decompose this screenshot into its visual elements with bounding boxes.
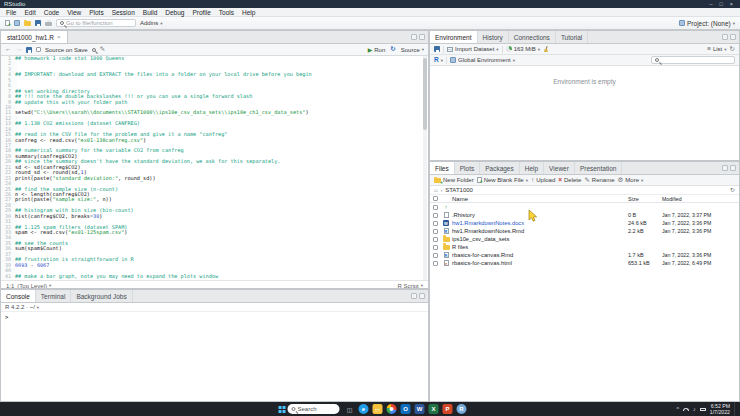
column-modified[interactable]: Modified <box>662 196 736 202</box>
close-tab-icon[interactable]: × <box>57 34 61 40</box>
file-row-hw1-rmarkdownnotes-rmd[interactable]: Rhw1.RmarkdownNotes.Rmd2.2 kBJan 7, 2022… <box>430 227 739 235</box>
tab-presentation[interactable]: Presentation <box>575 162 623 174</box>
edge-icon[interactable]: e <box>359 404 369 414</box>
forward-icon[interactable]: → <box>16 46 23 53</box>
memory-usage-button[interactable]: 163 MiB ▾ <box>506 46 540 52</box>
files-toolbar-new-blank-file[interactable]: New Blank File▾ <box>477 177 528 183</box>
tab-connections[interactable]: Connections <box>509 31 556 43</box>
menu-session[interactable]: Session <box>108 9 139 16</box>
start-button[interactable] <box>274 405 283 414</box>
maximize-pane-icon[interactable] <box>730 165 736 171</box>
menu-build[interactable]: Build <box>139 9 161 16</box>
row-checkbox[interactable] <box>433 253 438 258</box>
file-type-selector[interactable]: R Script ▾ <box>397 283 423 289</box>
run-button[interactable]: ▶ Run <box>368 46 386 53</box>
list-view-button[interactable]: ≡ List ▾ <box>707 46 726 53</box>
close-icon[interactable]: × <box>730 1 733 7</box>
minimize-pane-icon[interactable] <box>411 293 417 299</box>
file-name[interactable]: hw1.RmarkdownNotes.Rmd <box>452 228 628 234</box>
file-row-hw1-rmarkdownnotes-docx[interactable]: Whw1.RmarkdownNotes.docx24.6 kBJan 7, 20… <box>430 219 739 227</box>
files-toolbar-delete[interactable]: ×Delete <box>558 177 581 184</box>
row-checkbox[interactable] <box>433 237 438 242</box>
battery-icon[interactable] <box>700 408 706 411</box>
environment-search-input[interactable] <box>651 56 735 64</box>
file-row-ips10e-csv-data-sets[interactable]: ips10e_csv_data_sets <box>430 235 739 243</box>
code-editor[interactable]: 1## homework 1 code stat 1000 Queens234#… <box>1 56 428 280</box>
row-checkbox[interactable] <box>433 221 438 226</box>
menu-profile[interactable]: Profile <box>188 9 214 16</box>
tab-stat1000-hw1[interactable]: stat1000_hw1.R × <box>1 31 68 43</box>
files-toolbar-new-folder[interactable]: New Folder <box>434 177 474 183</box>
tab-background-jobs[interactable]: Background Jobs <box>71 290 132 302</box>
new-project-icon[interactable] <box>14 20 20 26</box>
breadcrumb-folder[interactable]: STAT1000 <box>445 187 473 193</box>
menu-plots[interactable]: Plots <box>85 9 107 16</box>
scope-selector[interactable]: (Top Level) ▾ <box>17 283 51 289</box>
file-explorer-icon[interactable]: ▭ <box>373 404 383 414</box>
menu-help[interactable]: Help <box>238 9 259 16</box>
show-desktop-button[interactable] <box>734 402 736 416</box>
menu-tools[interactable]: Tools <box>215 9 238 16</box>
files-toolbar-more[interactable]: ⚙More▾ <box>618 177 644 184</box>
file-row-rbasics-for-canvas-html[interactable]: erbasics-for-canvas.html653.1 kBJan 7, 2… <box>430 259 739 267</box>
home-icon[interactable]: ⌂ <box>434 187 438 193</box>
tab-console[interactable]: Console <box>1 290 36 302</box>
row-checkbox[interactable] <box>433 261 438 266</box>
wifi-icon[interactable] <box>683 408 689 411</box>
file-name[interactable]: hw1.RmarkdownNotes.docx <box>452 220 628 226</box>
tab-tutorial[interactable]: Tutorial <box>556 31 588 43</box>
rerun-icon[interactable]: ↻ <box>390 46 395 53</box>
file-row-r-files[interactable]: R files <box>430 243 739 251</box>
minimize-pane-icon[interactable] <box>722 34 728 40</box>
word-icon[interactable]: W <box>415 404 425 414</box>
task-view-icon[interactable]: ◫ <box>345 404 355 414</box>
maximize-pane-icon[interactable] <box>730 34 736 40</box>
tab-files[interactable]: Files <box>430 162 455 174</box>
file-row-rbasics-for-canvas-rmd[interactable]: Rrbasics-for-canvas.Rmd1.7 kBJan 7, 2022… <box>430 251 739 259</box>
source-button[interactable]: Source ▾ <box>401 47 424 53</box>
tab-terminal[interactable]: Terminal <box>36 290 72 302</box>
files-toolbar-upload[interactable]: ↑Upload <box>531 177 555 184</box>
clear-workspace-icon[interactable] <box>543 46 550 53</box>
addins-button[interactable]: Addins ▾ <box>140 20 163 26</box>
tab-viewer[interactable]: Viewer <box>544 162 575 174</box>
minimize-pane-icon[interactable] <box>411 34 417 40</box>
goto-file-input[interactable]: Go to file/function <box>56 19 136 27</box>
taskbar-search[interactable]: Search <box>288 404 340 414</box>
menu-code[interactable]: Code <box>40 9 64 16</box>
menu-file[interactable]: File <box>2 9 20 16</box>
menu-view[interactable]: View <box>63 9 85 16</box>
minimize-pane-icon[interactable] <box>722 165 728 171</box>
outlook-icon[interactable]: O <box>401 404 411 414</box>
minimize-icon[interactable]: – <box>709 1 712 7</box>
select-all-checkbox[interactable] <box>433 196 438 201</box>
file-name[interactable]: rbasics-for-canvas.Rmd <box>452 252 628 258</box>
console-output[interactable]: > <box>1 312 428 322</box>
file-row--rhistory[interactable]: .Rhistory0 BJan 7, 2022, 3:37 PM <box>430 211 739 219</box>
tab-help[interactable]: Help <box>520 162 544 174</box>
tab-history[interactable]: History <box>478 31 509 43</box>
import-dataset-button[interactable]: Import Dataset ▾ <box>447 46 499 52</box>
column-size[interactable]: Size <box>628 196 662 202</box>
environment-scope-selector[interactable]: Global Environment ▾ <box>450 57 515 63</box>
rstudio-icon[interactable]: R <box>457 404 467 414</box>
volume-icon[interactable]: ♪ <box>693 406 696 412</box>
console-version-bar[interactable]: R 4.2.2 · ~/ ▾ <box>1 303 428 312</box>
row-checkbox[interactable] <box>433 245 438 250</box>
save-workspace-icon[interactable] <box>434 46 440 52</box>
file-name[interactable]: rbasics-for-canvas.html <box>452 260 628 266</box>
menu-debug[interactable]: Debug <box>161 9 188 16</box>
maximize-icon[interactable]: □ <box>719 1 722 7</box>
menu-edit[interactable]: Edit <box>20 9 39 16</box>
file-name[interactable]: R files <box>452 244 628 250</box>
file-name[interactable]: ips10e_csv_data_sets <box>452 236 628 242</box>
files-toolbar-rename[interactable]: ✎Rename <box>584 177 614 184</box>
column-name[interactable]: Name <box>452 196 628 202</box>
source-on-save-checkbox[interactable] <box>36 47 41 52</box>
project-button[interactable]: Project: (None) ▾ <box>679 20 735 27</box>
language-selector[interactable]: R ▾ <box>434 57 443 64</box>
refresh-icon[interactable]: ↻ <box>730 187 735 193</box>
row-checkbox[interactable] <box>433 229 438 234</box>
tab-packages[interactable]: Packages <box>480 162 520 174</box>
print-icon[interactable] <box>45 22 52 26</box>
